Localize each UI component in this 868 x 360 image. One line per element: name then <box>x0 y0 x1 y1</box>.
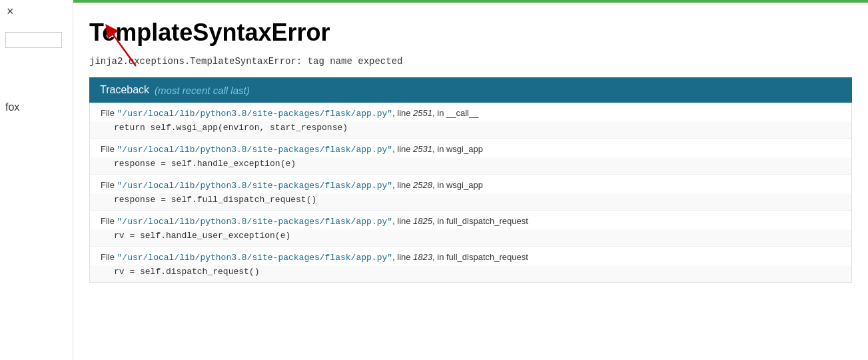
trace-file-line: File "/usr/local/lib/python3.8/site-pack… <box>90 211 851 229</box>
sidebar-fox-text: fox <box>0 101 19 113</box>
trace-file-line: File "/usr/local/lib/python3.8/site-pack… <box>90 103 851 121</box>
trace-file-line: File "/usr/local/lib/python3.8/site-pack… <box>90 175 851 193</box>
trace-code: rv = self.handle_user_exception(e) <box>90 229 851 246</box>
trace-file-link[interactable]: "/usr/local/lib/python3.8/site-packages/… <box>117 109 392 119</box>
trace-file-link[interactable]: "/usr/local/lib/python3.8/site-packages/… <box>117 217 392 227</box>
traceback-subtitle: (most recent call last) <box>155 85 250 96</box>
table-row: File "/usr/local/lib/python3.8/site-pack… <box>90 103 851 139</box>
traceback-header: Traceback (most recent call last) <box>89 77 852 103</box>
trace-code: response = self.handle_exception(e) <box>90 157 851 174</box>
main-content: TemplateSyntaxError jinja2.exceptions.Te… <box>73 0 868 360</box>
sidebar: × fox <box>0 0 73 360</box>
table-row: File "/usr/local/lib/python3.8/site-pack… <box>90 211 851 247</box>
trace-file-link[interactable]: "/usr/local/lib/python3.8/site-packages/… <box>117 253 392 263</box>
trace-file-line: File "/usr/local/lib/python3.8/site-pack… <box>90 139 851 157</box>
trace-code: response = self.full_dispatch_request() <box>90 193 851 210</box>
trace-file-link[interactable]: "/usr/local/lib/python3.8/site-packages/… <box>117 181 392 191</box>
table-row: File "/usr/local/lib/python3.8/site-pack… <box>90 139 851 175</box>
trace-code: rv = self.dispatch_request() <box>90 265 851 282</box>
close-button[interactable]: × <box>7 5 14 17</box>
trace-file-line: File "/usr/local/lib/python3.8/site-pack… <box>90 247 851 265</box>
sidebar-input[interactable] <box>5 32 62 48</box>
traceback-label: Traceback <box>100 84 149 96</box>
error-title: TemplateSyntaxError <box>89 19 852 47</box>
table-row: File "/usr/local/lib/python3.8/site-pack… <box>90 175 851 211</box>
trace-code: return self.wsgi_app(environ, start_resp… <box>90 121 851 138</box>
trace-file-link[interactable]: "/usr/local/lib/python3.8/site-packages/… <box>117 145 392 155</box>
error-message: jinja2.exceptions.TemplateSyntaxError: t… <box>89 56 852 67</box>
table-row: File "/usr/local/lib/python3.8/site-pack… <box>90 247 851 282</box>
traceback-body: File "/usr/local/lib/python3.8/site-pack… <box>89 103 852 283</box>
top-bar <box>73 0 868 3</box>
